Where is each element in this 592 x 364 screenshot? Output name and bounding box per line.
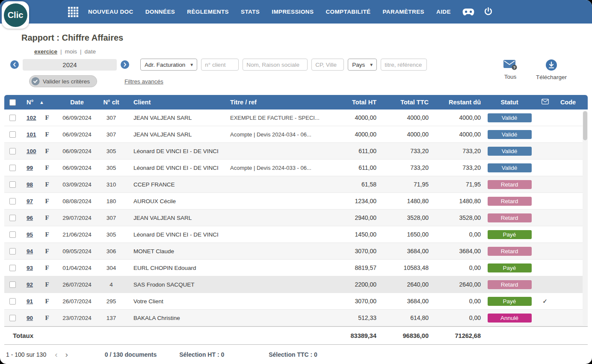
app-logo-button[interactable]: Clic xyxy=(4,3,27,27)
row-checkbox[interactable] xyxy=(9,265,16,271)
table-row[interactable]: 90 F 23/07/2024 137 BAKALA Christine 512… xyxy=(4,310,588,326)
table-row[interactable]: 99 F 06/09/2024 305 Léonard DE VINCI EI … xyxy=(4,160,588,176)
menu-aide[interactable]: AIDE xyxy=(436,9,451,15)
total-ttc-value: 1650,00 xyxy=(379,231,431,238)
total-ttc-value: 2640,00 xyxy=(379,281,431,288)
header-total-ht[interactable]: Total HT xyxy=(329,99,379,106)
table-row[interactable]: 96 F 29/07/2024 307 JEAN VALJEAN SARL 29… xyxy=(4,210,588,226)
header-title-ref[interactable]: Titre / ref xyxy=(220,99,329,106)
invoice-number-link[interactable]: 93 xyxy=(27,265,33,271)
table-row[interactable]: 91 F 26/07/2024 295 Votre Client 3070,00… xyxy=(4,293,588,310)
invoice-number-link[interactable]: 99 xyxy=(27,165,33,171)
row-checkbox[interactable] xyxy=(9,131,16,138)
invoice-date: 09/05/2024 xyxy=(55,248,99,255)
invoice-number-link[interactable]: 98 xyxy=(27,181,33,188)
apps-grid-icon[interactable] xyxy=(68,6,79,18)
header-client-number[interactable]: N° clt xyxy=(99,99,123,106)
row-checkbox[interactable] xyxy=(9,215,16,221)
table-row[interactable]: 92 F 26/07/2024 4 SAS Frodon SACQUET 220… xyxy=(4,276,588,293)
tab-exercice[interactable]: exercice xyxy=(34,48,57,55)
menu-donnees[interactable]: DONNÉES xyxy=(145,9,175,15)
header-remaining[interactable]: Restant dû xyxy=(431,99,483,106)
client-number-input[interactable] xyxy=(201,59,239,71)
row-checkbox[interactable] xyxy=(9,315,16,321)
country-select[interactable]: Pays ▼ xyxy=(348,59,377,71)
table-row[interactable]: 98 F 03/09/2024 310 CCEP FRANCE 61,58 71… xyxy=(4,176,588,193)
invoice-number-link[interactable]: 100 xyxy=(27,148,36,154)
table-row[interactable]: 100 F 06/09/2024 305 Léonard DE VINCI EI… xyxy=(4,143,588,160)
status-badge: Retard xyxy=(488,197,532,206)
invoice-number-link[interactable]: 97 xyxy=(27,198,33,204)
status-badge: Payé xyxy=(488,230,532,239)
invoice-number-link[interactable]: 102 xyxy=(27,115,36,121)
menu-nouveau-doc[interactable]: NOUVEAU DOC xyxy=(88,9,133,15)
sort-ascending-icon[interactable]: ▲ xyxy=(39,100,55,105)
total-ttc-value: 733,20 xyxy=(379,148,431,154)
header-mail-envelope-icon[interactable] xyxy=(536,99,554,106)
chevron-left-icon[interactable]: ‹ xyxy=(55,350,57,358)
invoice-number-link[interactable]: 91 xyxy=(27,298,33,305)
city-input[interactable] xyxy=(311,59,344,71)
year-input[interactable] xyxy=(23,59,117,71)
totals-remaining: 71262,68 xyxy=(431,332,483,339)
invoice-number-link[interactable]: 96 xyxy=(27,215,33,221)
tab-mois[interactable]: mois xyxy=(65,48,77,55)
address-type-select[interactable]: Adr. Facturation ▼ xyxy=(140,59,197,71)
invoice-date: 06/09/2024 xyxy=(55,115,99,121)
row-checkbox[interactable] xyxy=(9,115,16,121)
invoice-number-link[interactable]: 92 xyxy=(27,281,33,288)
invoice-number-link[interactable]: 101 xyxy=(27,131,36,138)
menu-reglements[interactable]: RÈGLEMENTS xyxy=(187,9,229,15)
table-row[interactable]: 93 F 01/04/2024 304 EURL CHOPIN Edouard … xyxy=(4,260,588,276)
menu-stats[interactable]: STATS xyxy=(241,9,260,15)
invoice-date: 26/07/2024 xyxy=(55,298,99,305)
invoice-number-link[interactable]: 94 xyxy=(27,248,33,255)
invoice-number-link[interactable]: 95 xyxy=(27,231,33,238)
row-checkbox[interactable] xyxy=(9,281,16,288)
next-year-button[interactable] xyxy=(121,60,129,69)
table-row[interactable]: 101 F 06/09/2024 307 JEAN VALJEAN SARL A… xyxy=(4,126,588,143)
table-row[interactable]: 95 F 21/06/2024 305 Léonard DE VINCI EI … xyxy=(4,226,588,243)
total-ht-value: 4000,00 xyxy=(329,114,379,121)
header-status[interactable]: Statut xyxy=(483,99,536,106)
advanced-filters-link[interactable]: Filtres avancés xyxy=(124,78,163,85)
row-checkbox[interactable] xyxy=(9,148,16,154)
menu-comptabilite[interactable]: COMPTABILITÉ xyxy=(326,9,370,15)
menu-impressions[interactable]: IMPRESSIONS xyxy=(272,9,314,15)
tab-date[interactable]: date xyxy=(85,48,96,55)
row-checkbox[interactable] xyxy=(9,165,16,171)
row-checkbox[interactable] xyxy=(9,181,16,188)
row-checkbox[interactable] xyxy=(9,198,16,204)
table-row[interactable]: 94 F 09/05/2024 306 MONET Claude 3070,00… xyxy=(4,243,588,260)
invoice-date: 06/09/2024 xyxy=(55,165,99,171)
download-button[interactable]: Télécharger xyxy=(532,59,571,80)
client-name-input[interactable] xyxy=(243,59,308,71)
header-number[interactable]: N° xyxy=(21,99,39,106)
client-number: 137 xyxy=(99,315,123,321)
scrollbar-thumb[interactable] xyxy=(583,111,587,140)
invoice-type-icon: F xyxy=(39,314,55,322)
table-row[interactable]: 102 F 06/09/2024 307 JEAN VALJEAN SARL E… xyxy=(4,109,588,126)
row-checkbox[interactable] xyxy=(9,248,16,255)
title-reference-input[interactable] xyxy=(381,59,427,71)
previous-year-button[interactable] xyxy=(10,60,19,69)
gamepad-icon[interactable] xyxy=(462,8,475,16)
header-client[interactable]: Client xyxy=(123,99,220,106)
chevron-right-icon[interactable]: › xyxy=(65,350,68,358)
select-all-checkbox[interactable] xyxy=(9,99,16,106)
client-name: JEAN VALJEAN SARL xyxy=(123,215,220,221)
totals-row: Totaux 83389,34 96836,00 71262,68 xyxy=(4,326,588,345)
header-date[interactable]: Date xyxy=(55,99,99,106)
mail-all-button[interactable]: ? Tous xyxy=(496,59,524,80)
table-row[interactable]: 97 F 08/08/2024 180 AUROUX Cécile 1234,0… xyxy=(4,193,588,210)
total-ht-value: 3070,00 xyxy=(329,248,379,255)
header-total-ttc[interactable]: Total TTC xyxy=(379,99,431,106)
row-checkbox[interactable] xyxy=(9,298,16,305)
power-icon[interactable] xyxy=(483,7,493,17)
validate-criteria-button[interactable]: Valider les critères xyxy=(29,75,97,87)
header-code[interactable]: Code xyxy=(554,99,582,106)
row-checkbox[interactable] xyxy=(9,231,16,238)
invoice-number-link[interactable]: 90 xyxy=(27,315,33,321)
menu-parametres[interactable]: PARAMÈTRES xyxy=(382,9,424,15)
invoice-type-icon: F xyxy=(39,148,55,155)
